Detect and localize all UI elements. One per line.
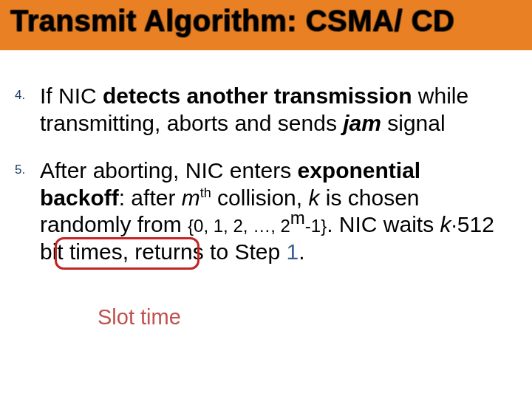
text-italic-var: k bbox=[440, 212, 451, 236]
list-item: 4. If NIC detects another transmission w… bbox=[15, 83, 510, 137]
text-run: : after bbox=[119, 185, 182, 210]
item-number: 5. bbox=[15, 163, 25, 177]
slide-title: Transmit Algorithm: CSMA/ CD bbox=[10, 4, 454, 38]
highlight-ring bbox=[55, 237, 200, 270]
text-italic-var: m bbox=[182, 185, 200, 210]
title-bar: Transmit Algorithm: CSMA/ CD bbox=[0, 0, 532, 50]
text-set: -1} bbox=[305, 216, 327, 236]
text-step-ref: 1 bbox=[286, 239, 299, 264]
text-run: collision, bbox=[211, 185, 309, 210]
text-run: signal bbox=[381, 111, 446, 135]
text-set: {0, 1, 2, …, 2 bbox=[188, 216, 290, 236]
text-run: If NIC bbox=[40, 83, 103, 108]
text-sup: m bbox=[290, 208, 305, 228]
annotation-slot-time: Slot time bbox=[98, 305, 181, 330]
text-bold: detects another transmission bbox=[103, 83, 412, 108]
slide-root: Transmit Algorithm: CSMA/ CD 4. If NIC d… bbox=[0, 0, 532, 399]
item-number-col: 4. bbox=[15, 83, 40, 103]
text-italic-var: k bbox=[308, 185, 319, 210]
text-run: . bbox=[299, 239, 304, 264]
text-run: . NIC waits bbox=[327, 212, 440, 236]
text-bold-italic: jam bbox=[343, 111, 381, 135]
text-sup: th bbox=[200, 185, 211, 200]
text-run: After aborting, NIC enters bbox=[40, 158, 298, 183]
item-number-col: 5. bbox=[15, 157, 40, 177]
item-number: 4. bbox=[15, 88, 25, 102]
item-body: If NIC detects another transmission whil… bbox=[40, 83, 510, 137]
